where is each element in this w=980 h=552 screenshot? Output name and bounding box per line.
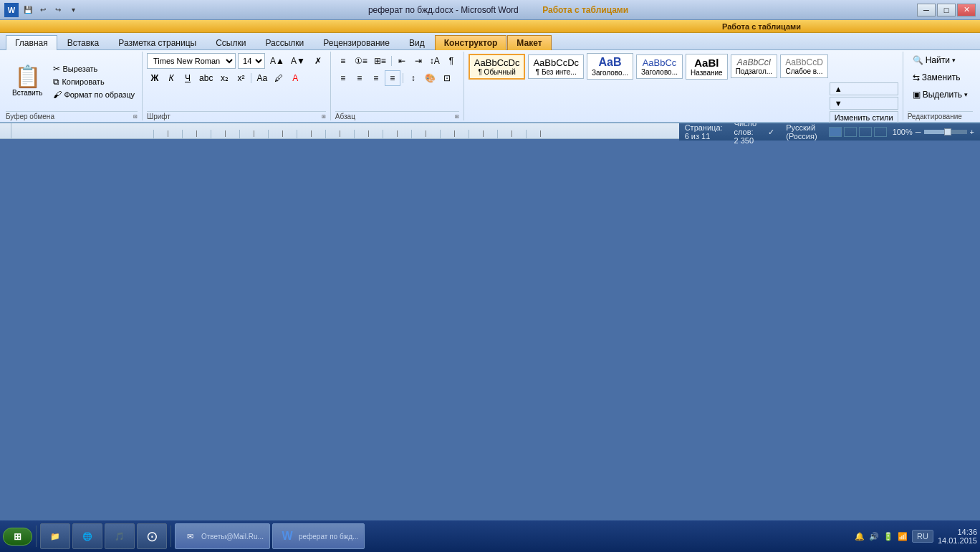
tray-icon2: 🔊 — [869, 532, 879, 541]
tab-mailing[interactable]: Рассылки — [256, 35, 313, 50]
select-button[interactable]: ▣ Выделить ▾ — [908, 87, 973, 102]
restore-btn[interactable]: □ — [937, 4, 956, 16]
style-heading1[interactable]: AaB Заголово... — [587, 53, 633, 80]
select-dropdown[interactable]: ▾ — [964, 91, 968, 98]
style-heading2[interactable]: AaBbCc Заголово... — [636, 54, 683, 79]
zoom-plus-btn[interactable]: + — [970, 128, 974, 136]
border-btn[interactable]: ⊡ — [439, 70, 455, 86]
styles-nav-btns: ▲ ▼ Изменить стили — [830, 82, 898, 124]
increase-font-btn[interactable]: A▲ — [267, 53, 287, 69]
font-color-btn[interactable]: A — [287, 70, 303, 86]
align-left-btn[interactable]: ≡ — [335, 70, 351, 86]
start-button[interactable]: ⊞ — [3, 528, 32, 546]
qa-dropdown-btn[interactable]: ▾ — [67, 4, 80, 16]
superscript-button[interactable]: х² — [233, 70, 249, 86]
format-painter-button[interactable]: 🖌 Формат по образцу — [50, 89, 138, 100]
find-dropdown[interactable]: ▾ — [952, 57, 956, 64]
paste-button[interactable]: 📋 Вставить — [6, 53, 49, 110]
redo-quick-btn[interactable]: ↪ — [52, 4, 64, 16]
style-heading2-preview: AaBbCc — [641, 57, 678, 68]
clear-format-btn[interactable]: ✗ — [310, 53, 326, 69]
taskbar-mail[interactable]: ✉ Ответы@Mail.Ru... — [175, 523, 270, 549]
view-draft-btn[interactable] — [874, 127, 887, 137]
strikethrough-button[interactable]: abc — [196, 70, 216, 86]
underline-button[interactable]: Ч — [180, 70, 196, 86]
taskbar-mediaplayer[interactable]: 🎵 — [105, 523, 135, 549]
contextual-tab-label-bar: Работа с таблицами — [0, 20, 980, 33]
close-btn[interactable]: ✕ — [957, 4, 976, 16]
tab-home[interactable]: Главная — [6, 35, 57, 50]
decrease-font-btn[interactable]: A▼ — [288, 53, 308, 69]
word-count: Число слов: 2 350 — [734, 123, 757, 145]
change-case-button[interactable]: Аа — [254, 70, 270, 86]
zoom-handle[interactable] — [944, 128, 951, 135]
style-normal-preview: AaBbCcDc — [474, 57, 520, 68]
styles-down-btn[interactable]: ▼ — [830, 97, 898, 110]
clipboard-dialog-btn[interactable]: ⧆ — [133, 113, 138, 120]
view-web-btn[interactable] — [859, 127, 872, 137]
zoom-minus-btn[interactable]: ─ — [916, 128, 921, 136]
zoom-slider[interactable] — [924, 130, 967, 134]
font-name-select[interactable]: Times New Roman — [147, 53, 236, 69]
shading-btn[interactable]: 🎨 — [422, 70, 438, 86]
decrease-indent-btn[interactable]: ⇤ — [394, 53, 410, 69]
find-button[interactable]: 🔍 Найти ▾ — [908, 53, 973, 67]
font-size-select[interactable]: 14 — [238, 53, 265, 69]
taskbar-ie[interactable]: 🌐 — [72, 523, 102, 549]
save-quick-btn[interactable]: 💾 — [21, 4, 34, 16]
sort-btn[interactable]: ↕A — [427, 53, 443, 69]
multilevel-btn[interactable]: ⊞≡ — [371, 53, 389, 69]
language-btn[interactable]: RU — [912, 530, 933, 543]
tab-layout2[interactable]: Макет — [507, 35, 551, 50]
tray-icon3: 🔋 — [883, 532, 893, 541]
view-reading-btn[interactable] — [844, 127, 857, 137]
align-justify-btn[interactable]: ≡ — [385, 70, 400, 86]
ruler-marks: | | | | | | | | | | | | | | — [11, 123, 668, 138]
align-right-btn[interactable]: ≡ — [368, 70, 384, 86]
contextual-tab-label: Работа с таблицами — [722, 22, 801, 31]
clock: 14:36 14.01.2015 — [938, 528, 977, 545]
style-weak[interactable]: AaBbCcD Слабое в... — [780, 54, 828, 78]
replace-button[interactable]: ⇆ Заменить — [908, 70, 973, 85]
cut-button[interactable]: ✂ Вырезать — [50, 63, 138, 75]
style-no-interval-label: ¶ Без инте... — [533, 68, 579, 76]
paragraph-dialog-btn[interactable]: ⧆ — [455, 113, 459, 120]
increase-indent-btn[interactable]: ⇥ — [410, 53, 426, 69]
taskbar-word[interactable]: W реферат по бжд... — [272, 523, 365, 549]
tab-insert[interactable]: Вставка — [58, 35, 109, 50]
style-no-interval[interactable]: AaBbCcDc ¶ Без инте... — [528, 54, 584, 79]
style-weak-label: Слабое в... — [785, 67, 823, 75]
show-marks-btn[interactable]: ¶ — [443, 53, 459, 69]
italic-button[interactable]: К — [163, 70, 179, 86]
subscript-button[interactable]: х₂ — [216, 70, 232, 86]
change-styles-btn[interactable]: Изменить стили — [830, 111, 898, 124]
view-print-btn[interactable] — [829, 127, 842, 137]
minimize-btn[interactable]: ─ — [917, 4, 936, 16]
style-weak-preview: AaBbCcD — [785, 57, 823, 67]
font-dialog-btn[interactable]: ⧆ — [322, 113, 326, 120]
text-highlight-btn[interactable]: 🖊 — [271, 70, 287, 86]
taskbar-chrome[interactable]: ⊙ — [137, 523, 167, 549]
align-center-btn[interactable]: ≡ — [352, 70, 368, 86]
style-title[interactable]: AaBl Название — [686, 54, 728, 80]
zoom-slider-fill — [924, 130, 946, 134]
styles-up-btn[interactable]: ▲ — [830, 82, 898, 95]
tab-refs[interactable]: Ссылки — [206, 35, 255, 50]
style-subtitle[interactable]: AaBbCcI Подзагол... — [731, 54, 777, 78]
line-spacing-btn[interactable]: ↕ — [405, 70, 421, 86]
copy-button[interactable]: ⧉ Копировать — [50, 76, 138, 87]
taskbar-explorer[interactable]: 📁 — [40, 523, 70, 549]
tab-review[interactable]: Рецензирование — [314, 35, 399, 50]
style-normal[interactable]: AaBbCcDc ¶ Обычный — [469, 54, 526, 80]
ribbon: 📋 Вставить ✂ Вырезать ⧉ Копировать — [0, 50, 980, 123]
bullets-btn[interactable]: ≡ — [335, 53, 351, 69]
system-tray: 🔔 🔊 🔋 📶 RU 14:36 14.01.2015 — [855, 528, 977, 545]
undo-quick-btn[interactable]: ↩ — [37, 4, 49, 16]
styles-group: AaBbCcDc ¶ Обычный AaBbCcDc ¶ Без инте..… — [464, 52, 903, 120]
tab-layout[interactable]: Разметка страницы — [109, 35, 206, 50]
bold-button[interactable]: Ж — [147, 70, 163, 86]
tab-constructor[interactable]: Конструктор — [435, 35, 507, 50]
tab-view[interactable]: Вид — [400, 35, 434, 50]
numbering-btn[interactable]: ①≡ — [352, 53, 370, 69]
paste-icon: 📋 — [14, 66, 41, 87]
